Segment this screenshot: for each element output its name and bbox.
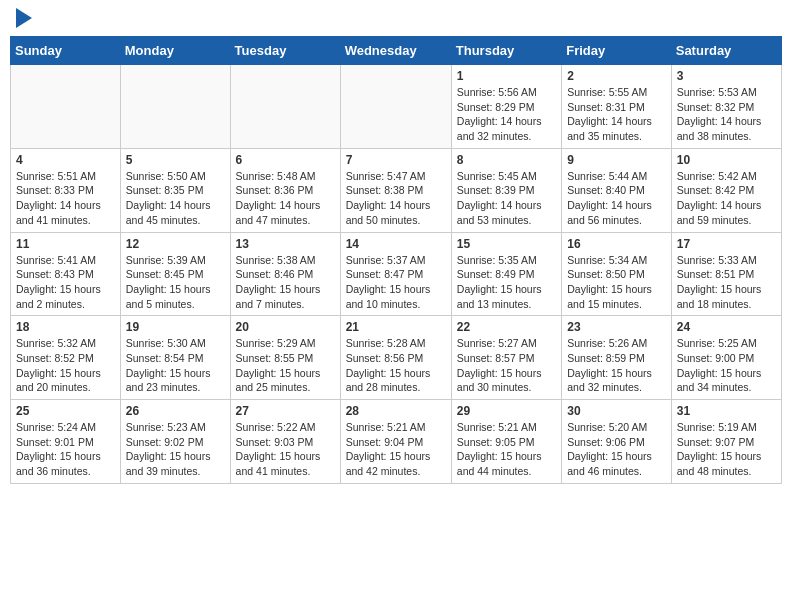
day-number: 22	[457, 320, 556, 334]
calendar-cell: 18Sunrise: 5:32 AM Sunset: 8:52 PM Dayli…	[11, 316, 121, 400]
calendar-cell: 20Sunrise: 5:29 AM Sunset: 8:55 PM Dayli…	[230, 316, 340, 400]
page-header	[10, 10, 782, 28]
day-info: Sunrise: 5:21 AM Sunset: 9:04 PM Dayligh…	[346, 420, 446, 479]
calendar-cell: 14Sunrise: 5:37 AM Sunset: 8:47 PM Dayli…	[340, 232, 451, 316]
calendar-cell: 22Sunrise: 5:27 AM Sunset: 8:57 PM Dayli…	[451, 316, 561, 400]
day-info: Sunrise: 5:48 AM Sunset: 8:36 PM Dayligh…	[236, 169, 335, 228]
calendar-cell: 13Sunrise: 5:38 AM Sunset: 8:46 PM Dayli…	[230, 232, 340, 316]
calendar-week-row: 25Sunrise: 5:24 AM Sunset: 9:01 PM Dayli…	[11, 400, 782, 484]
weekday-header-friday: Friday	[562, 37, 672, 65]
day-number: 2	[567, 69, 666, 83]
day-info: Sunrise: 5:41 AM Sunset: 8:43 PM Dayligh…	[16, 253, 115, 312]
calendar-week-row: 11Sunrise: 5:41 AM Sunset: 8:43 PM Dayli…	[11, 232, 782, 316]
day-number: 9	[567, 153, 666, 167]
logo-arrow-icon	[16, 8, 32, 28]
calendar-cell: 27Sunrise: 5:22 AM Sunset: 9:03 PM Dayli…	[230, 400, 340, 484]
calendar-cell: 2Sunrise: 5:55 AM Sunset: 8:31 PM Daylig…	[562, 65, 672, 149]
calendar-cell: 1Sunrise: 5:56 AM Sunset: 8:29 PM Daylig…	[451, 65, 561, 149]
day-info: Sunrise: 5:28 AM Sunset: 8:56 PM Dayligh…	[346, 336, 446, 395]
calendar-cell: 9Sunrise: 5:44 AM Sunset: 8:40 PM Daylig…	[562, 148, 672, 232]
calendar-cell: 5Sunrise: 5:50 AM Sunset: 8:35 PM Daylig…	[120, 148, 230, 232]
day-info: Sunrise: 5:55 AM Sunset: 8:31 PM Dayligh…	[567, 85, 666, 144]
day-number: 5	[126, 153, 225, 167]
day-number: 10	[677, 153, 776, 167]
day-number: 30	[567, 404, 666, 418]
weekday-header-thursday: Thursday	[451, 37, 561, 65]
calendar-table: SundayMondayTuesdayWednesdayThursdayFrid…	[10, 36, 782, 484]
day-number: 18	[16, 320, 115, 334]
calendar-cell: 24Sunrise: 5:25 AM Sunset: 9:00 PM Dayli…	[671, 316, 781, 400]
calendar-cell: 11Sunrise: 5:41 AM Sunset: 8:43 PM Dayli…	[11, 232, 121, 316]
calendar-cell: 28Sunrise: 5:21 AM Sunset: 9:04 PM Dayli…	[340, 400, 451, 484]
weekday-header-tuesday: Tuesday	[230, 37, 340, 65]
calendar-cell: 12Sunrise: 5:39 AM Sunset: 8:45 PM Dayli…	[120, 232, 230, 316]
day-number: 14	[346, 237, 446, 251]
day-number: 21	[346, 320, 446, 334]
calendar-cell	[340, 65, 451, 149]
day-info: Sunrise: 5:50 AM Sunset: 8:35 PM Dayligh…	[126, 169, 225, 228]
day-info: Sunrise: 5:56 AM Sunset: 8:29 PM Dayligh…	[457, 85, 556, 144]
day-number: 20	[236, 320, 335, 334]
calendar-cell: 3Sunrise: 5:53 AM Sunset: 8:32 PM Daylig…	[671, 65, 781, 149]
day-number: 26	[126, 404, 225, 418]
day-info: Sunrise: 5:25 AM Sunset: 9:00 PM Dayligh…	[677, 336, 776, 395]
day-info: Sunrise: 5:34 AM Sunset: 8:50 PM Dayligh…	[567, 253, 666, 312]
day-info: Sunrise: 5:42 AM Sunset: 8:42 PM Dayligh…	[677, 169, 776, 228]
day-number: 11	[16, 237, 115, 251]
day-number: 4	[16, 153, 115, 167]
weekday-header-wednesday: Wednesday	[340, 37, 451, 65]
day-number: 17	[677, 237, 776, 251]
day-number: 24	[677, 320, 776, 334]
calendar-cell: 30Sunrise: 5:20 AM Sunset: 9:06 PM Dayli…	[562, 400, 672, 484]
day-info: Sunrise: 5:30 AM Sunset: 8:54 PM Dayligh…	[126, 336, 225, 395]
day-info: Sunrise: 5:27 AM Sunset: 8:57 PM Dayligh…	[457, 336, 556, 395]
calendar-cell: 10Sunrise: 5:42 AM Sunset: 8:42 PM Dayli…	[671, 148, 781, 232]
day-number: 16	[567, 237, 666, 251]
day-number: 23	[567, 320, 666, 334]
day-info: Sunrise: 5:21 AM Sunset: 9:05 PM Dayligh…	[457, 420, 556, 479]
weekday-header-saturday: Saturday	[671, 37, 781, 65]
day-number: 31	[677, 404, 776, 418]
day-info: Sunrise: 5:53 AM Sunset: 8:32 PM Dayligh…	[677, 85, 776, 144]
day-number: 6	[236, 153, 335, 167]
day-number: 12	[126, 237, 225, 251]
day-number: 28	[346, 404, 446, 418]
day-info: Sunrise: 5:23 AM Sunset: 9:02 PM Dayligh…	[126, 420, 225, 479]
calendar-header-row: SundayMondayTuesdayWednesdayThursdayFrid…	[11, 37, 782, 65]
day-number: 13	[236, 237, 335, 251]
calendar-week-row: 18Sunrise: 5:32 AM Sunset: 8:52 PM Dayli…	[11, 316, 782, 400]
day-number: 15	[457, 237, 556, 251]
day-number: 29	[457, 404, 556, 418]
day-info: Sunrise: 5:35 AM Sunset: 8:49 PM Dayligh…	[457, 253, 556, 312]
day-number: 3	[677, 69, 776, 83]
day-number: 1	[457, 69, 556, 83]
weekday-header-monday: Monday	[120, 37, 230, 65]
calendar-cell: 26Sunrise: 5:23 AM Sunset: 9:02 PM Dayli…	[120, 400, 230, 484]
day-info: Sunrise: 5:32 AM Sunset: 8:52 PM Dayligh…	[16, 336, 115, 395]
day-info: Sunrise: 5:33 AM Sunset: 8:51 PM Dayligh…	[677, 253, 776, 312]
day-info: Sunrise: 5:22 AM Sunset: 9:03 PM Dayligh…	[236, 420, 335, 479]
day-number: 8	[457, 153, 556, 167]
day-info: Sunrise: 5:47 AM Sunset: 8:38 PM Dayligh…	[346, 169, 446, 228]
day-info: Sunrise: 5:37 AM Sunset: 8:47 PM Dayligh…	[346, 253, 446, 312]
calendar-cell	[230, 65, 340, 149]
calendar-cell: 19Sunrise: 5:30 AM Sunset: 8:54 PM Dayli…	[120, 316, 230, 400]
weekday-header-sunday: Sunday	[11, 37, 121, 65]
day-number: 7	[346, 153, 446, 167]
calendar-cell: 17Sunrise: 5:33 AM Sunset: 8:51 PM Dayli…	[671, 232, 781, 316]
calendar-cell: 15Sunrise: 5:35 AM Sunset: 8:49 PM Dayli…	[451, 232, 561, 316]
calendar-week-row: 1Sunrise: 5:56 AM Sunset: 8:29 PM Daylig…	[11, 65, 782, 149]
calendar-cell: 29Sunrise: 5:21 AM Sunset: 9:05 PM Dayli…	[451, 400, 561, 484]
logo	[14, 10, 32, 28]
day-info: Sunrise: 5:24 AM Sunset: 9:01 PM Dayligh…	[16, 420, 115, 479]
calendar-cell: 25Sunrise: 5:24 AM Sunset: 9:01 PM Dayli…	[11, 400, 121, 484]
calendar-cell: 23Sunrise: 5:26 AM Sunset: 8:59 PM Dayli…	[562, 316, 672, 400]
calendar-cell: 21Sunrise: 5:28 AM Sunset: 8:56 PM Dayli…	[340, 316, 451, 400]
calendar-week-row: 4Sunrise: 5:51 AM Sunset: 8:33 PM Daylig…	[11, 148, 782, 232]
day-info: Sunrise: 5:45 AM Sunset: 8:39 PM Dayligh…	[457, 169, 556, 228]
calendar-cell: 31Sunrise: 5:19 AM Sunset: 9:07 PM Dayli…	[671, 400, 781, 484]
calendar-cell: 7Sunrise: 5:47 AM Sunset: 8:38 PM Daylig…	[340, 148, 451, 232]
calendar-cell: 6Sunrise: 5:48 AM Sunset: 8:36 PM Daylig…	[230, 148, 340, 232]
calendar-cell: 16Sunrise: 5:34 AM Sunset: 8:50 PM Dayli…	[562, 232, 672, 316]
calendar-cell	[120, 65, 230, 149]
